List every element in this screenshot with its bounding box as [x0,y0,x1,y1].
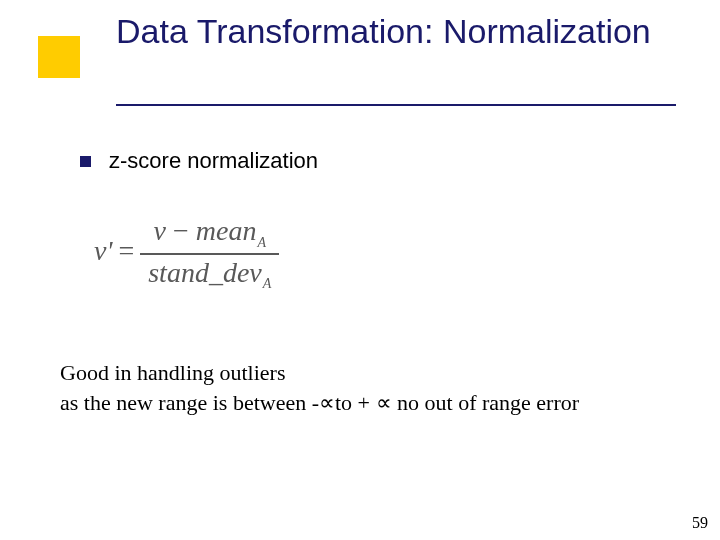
num-mean: mean [196,215,257,246]
numerator: v − meanA [140,215,279,255]
formula: v'= v − meanA stand_devA [94,215,279,292]
num-v: v [154,215,166,246]
body-paragraph: Good in handling outliersas the new rang… [60,358,600,417]
slide: Data Transformation: Normalization z-sco… [0,0,720,540]
accent-square [38,36,80,78]
title-underline [116,104,676,106]
bullet-item: z-score normalization [80,148,640,174]
denominator: stand_devA [140,255,279,293]
slide-title: Data Transformation: Normalization [116,10,676,53]
den-sub: A [262,276,272,291]
den-stand: stand [148,257,209,288]
fraction: v − meanA stand_devA [140,215,279,292]
den-dev: dev [223,257,262,288]
page-number: 59 [692,514,708,532]
num-sub: A [256,235,266,250]
num-minus: − [173,215,189,246]
bullet-icon [80,156,91,167]
formula-lhs: v' [94,235,112,266]
equals-sign: = [112,235,140,266]
bullet-text: z-score normalization [109,148,318,174]
den-underscore: _ [209,257,223,288]
